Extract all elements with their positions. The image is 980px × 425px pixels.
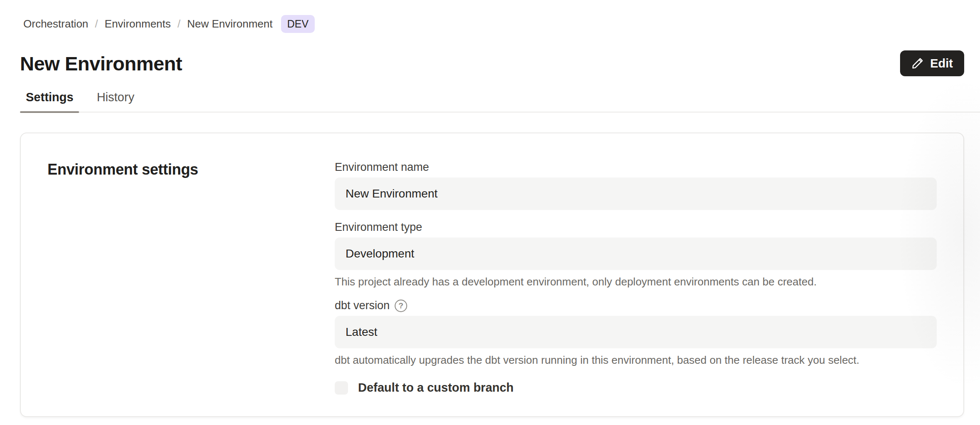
dbt-version-label: dbt version ?: [335, 299, 937, 312]
card-heading: Environment settings: [47, 161, 335, 178]
pencil-icon: [911, 57, 924, 70]
tab-history[interactable]: History: [91, 90, 140, 112]
circle-question-icon[interactable]: ?: [395, 300, 407, 312]
card-heading-column: Environment settings: [47, 161, 335, 416]
environment-name-group: Environment name New Environment: [335, 161, 937, 210]
environment-name-label: Environment name: [335, 161, 937, 174]
tab-settings[interactable]: Settings: [20, 90, 79, 112]
environment-type-select[interactable]: Development: [335, 238, 937, 270]
edit-button-label: Edit: [930, 57, 953, 70]
tab-bar: Settings History: [20, 90, 980, 112]
dbt-version-helper-text: dbt automatically upgrades the dbt versi…: [335, 354, 937, 367]
environment-type-helper-text: This project already has a development e…: [335, 275, 937, 288]
custom-branch-checkbox[interactable]: [335, 381, 348, 395]
dbt-version-select[interactable]: Latest: [335, 316, 937, 348]
title-row: New Environment Edit: [20, 50, 964, 76]
page-title: New Environment: [20, 52, 182, 75]
edit-button[interactable]: Edit: [900, 50, 964, 76]
custom-branch-label: Default to a custom branch: [358, 381, 514, 395]
environment-type-group: Environment type Development This projec…: [335, 221, 937, 288]
breadcrumb-item-new-environment[interactable]: New Environment: [187, 18, 273, 30]
environment-settings-form: Environment name New Environment Environ…: [335, 161, 937, 416]
breadcrumb-item-environments[interactable]: Environments: [104, 18, 171, 30]
dbt-version-label-text: dbt version: [335, 299, 390, 312]
breadcrumb-item-orchestration[interactable]: Orchestration: [23, 18, 88, 30]
breadcrumb: Orchestration / Environments / New Envir…: [23, 15, 964, 33]
environment-type-label: Environment type: [335, 221, 937, 234]
breadcrumb-separator: /: [177, 18, 180, 30]
dev-badge: DEV: [281, 15, 315, 33]
environment-settings-page: Orchestration / Environments / New Envir…: [0, 0, 980, 417]
environment-settings-card: Environment settings Environment name Ne…: [20, 132, 964, 417]
custom-branch-row: Default to a custom branch: [335, 381, 937, 395]
dbt-version-group: dbt version ? Latest dbt automatically u…: [335, 299, 937, 367]
environment-name-input[interactable]: New Environment: [335, 178, 937, 210]
breadcrumb-separator: /: [95, 18, 98, 30]
